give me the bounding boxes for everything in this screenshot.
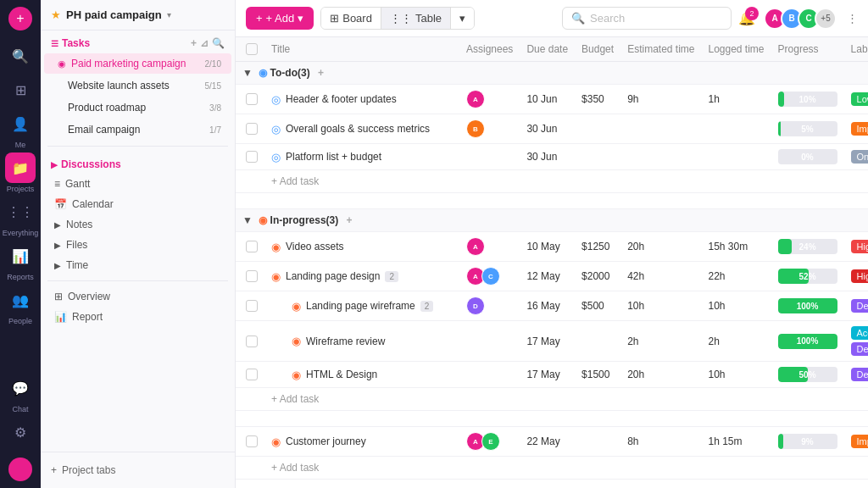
search-bar[interactable]: 🔍 Search [562, 7, 732, 30]
task-name-label[interactable]: Landing page design [286, 270, 380, 282]
nav-people[interactable]: 👥 People [5, 285, 36, 325]
task-name-label[interactable]: Customer journey [286, 435, 366, 447]
search-tasks-icon[interactable]: 🔍 [212, 37, 225, 49]
label-badge: High [851, 240, 868, 253]
avatar-overflow: +5 [815, 8, 837, 30]
task-checkbox[interactable] [246, 241, 258, 252]
add-button[interactable]: + [8, 7, 32, 30]
task-name-label[interactable]: Platform list + budget [286, 151, 381, 163]
add-button[interactable]: + + Add ▾ [246, 7, 314, 30]
settings-icon[interactable]: ⚙ [5, 417, 36, 447]
files-toggle[interactable]: ▶ [54, 241, 61, 250]
table-row: ◉ Landing page wireframe 2 D 16 May $500… [236, 291, 868, 321]
reports-icon[interactable]: 📊 [5, 241, 36, 271]
task-name-label[interactable]: HTML & Design [306, 369, 377, 380]
notes-toggle[interactable]: ▶ [54, 220, 61, 230]
task-progress: 24% [771, 232, 844, 262]
add-task-cj-cell[interactable]: + Add task [264, 457, 868, 480]
task-title-cell: ◎ Platform list + budget [264, 144, 459, 170]
nav-chat[interactable]: 💬 Chat [5, 373, 36, 413]
discussions-section: ▶ Discussions [41, 152, 235, 174]
task-name-label[interactable]: Landing page wireframe [306, 300, 415, 312]
nav-search[interactable]: 🔍 [5, 41, 36, 71]
notification-area[interactable]: 🔔 2 [738, 10, 755, 26]
todo-group-icon: ◉ [259, 67, 267, 79]
chat-icon[interactable]: 💬 [5, 373, 36, 403]
sidebar-item-time[interactable]: ▶ Time [41, 255, 235, 275]
add-inprogress-task-button[interactable]: + [347, 214, 353, 226]
more-options-icon[interactable]: ⋮ [847, 12, 858, 25]
task-name-label[interactable]: Wireframe review [306, 336, 385, 347]
table-label: Table [415, 12, 442, 25]
task-checkbox[interactable] [246, 123, 258, 135]
table-row: ◉ Video assets A 10 May $1250 20h 15h 30… [236, 232, 868, 262]
user-avatar[interactable] [8, 458, 32, 481]
nav-everything[interactable]: ⋮⋮ Everything [3, 197, 39, 237]
task-checkbox[interactable] [246, 300, 258, 312]
sidebar-item-product-roadmap[interactable]: Product roadmap 3/8 [44, 97, 231, 118]
task-assignees [459, 362, 520, 388]
task-name-label[interactable]: Header & footer updates [286, 93, 397, 105]
task-checkbox[interactable] [246, 270, 258, 282]
task-due: 30 Jun [520, 144, 575, 170]
sidebar-item-email-campaign[interactable]: Email campaign 1/7 [44, 119, 231, 140]
inprogress-group-toggle[interactable]: ▼ [242, 214, 253, 226]
sidebar-item-overview[interactable]: ⊞ Overview [41, 286, 235, 307]
assignee-avatar: B [466, 119, 485, 138]
task-name-label[interactable]: Overall goals & success metrics [286, 123, 430, 135]
nav-me[interactable]: 👤 Me [5, 108, 36, 149]
main-content: + + Add ▾ ⊞ Board ⋮⋮ Table ▾ 🔍 Search 🔔 … [236, 0, 868, 488]
projects-icon[interactable]: 📁 [5, 152, 36, 183]
board-icon: ⊞ [330, 12, 339, 25]
discussions-toggle[interactable]: ▶ [51, 160, 58, 169]
task-checkbox[interactable] [246, 435, 258, 447]
header-checkbox[interactable] [246, 43, 258, 55]
add-todo-task-button[interactable]: + [318, 67, 324, 79]
sidebar-item-notes[interactable]: ▶ Notes [41, 214, 235, 235]
sidebar-item-files[interactable]: ▶ Files [41, 235, 235, 255]
sidebar-item-gantt[interactable]: ≡ Gantt [41, 174, 235, 194]
filter-icon[interactable]: ⊿ [200, 37, 209, 49]
home-icon[interactable]: ⊞ [5, 75, 36, 105]
more-views-button[interactable]: ▾ [451, 8, 474, 29]
task-logged: 1h [701, 85, 771, 114]
task-checkbox[interactable] [246, 369, 258, 380]
add-task-icon[interactable]: + [191, 37, 197, 49]
inprogress-group-icon: ◉ [259, 214, 267, 226]
task-name-label[interactable]: Video assets [286, 241, 344, 252]
add-project-tabs[interactable]: + Project tabs [51, 459, 225, 481]
task-estimated [620, 144, 701, 170]
sidebar-item-website-launch[interactable]: Website launch assets 5/15 [44, 75, 231, 96]
add-task-inprogress-cell[interactable]: + Add task [264, 388, 868, 411]
nav-home[interactable]: ⊞ [5, 75, 36, 105]
task-assignees [459, 144, 520, 170]
nav-projects[interactable]: 📁 Projects [5, 152, 36, 193]
task-checkbox[interactable] [246, 151, 258, 163]
task-budget [575, 144, 620, 170]
task-checkbox[interactable] [246, 336, 258, 347]
sidebar: ★ PH paid campaign ▾ ☰ Tasks + ⊿ 🔍 ◉ Pai… [41, 0, 236, 488]
table-view-button[interactable]: ⋮⋮ Table [381, 8, 451, 29]
board-view-button[interactable]: ⊞ Board [321, 8, 381, 29]
todo-group-toggle[interactable]: ▼ [242, 67, 253, 79]
everything-icon[interactable]: ⋮⋮ [5, 197, 36, 227]
th-assignees: Assignees [459, 37, 520, 62]
time-toggle[interactable]: ▶ [54, 261, 61, 270]
people-icon[interactable]: 👥 [5, 285, 36, 315]
table-area: Title Assignees Due date Budget Estimate… [236, 37, 868, 488]
sidebar-item-calendar[interactable]: 📅 Calendar [41, 194, 235, 214]
progress-label: 100% [778, 298, 837, 313]
task-logged [701, 114, 771, 144]
checkbox-cell [236, 262, 264, 291]
task-item-icon: ◉ [58, 58, 66, 69]
me-icon[interactable]: 👤 [5, 108, 36, 139]
sidebar-item-report[interactable]: 📊 Report [41, 307, 235, 327]
task-checkbox[interactable] [246, 93, 258, 105]
label-badge: Highly urgent [851, 269, 868, 283]
add-task-cell[interactable]: + Add task [264, 170, 868, 193]
sidebar-item-paid-marketing[interactable]: ◉ Paid marketing campaign 2/10 [44, 53, 231, 74]
progress-bar: 52% [778, 269, 837, 284]
nav-reports[interactable]: 📊 Reports [5, 241, 36, 281]
search-icon[interactable]: 🔍 [5, 41, 36, 71]
nav-settings[interactable]: ⚙ [5, 417, 36, 447]
